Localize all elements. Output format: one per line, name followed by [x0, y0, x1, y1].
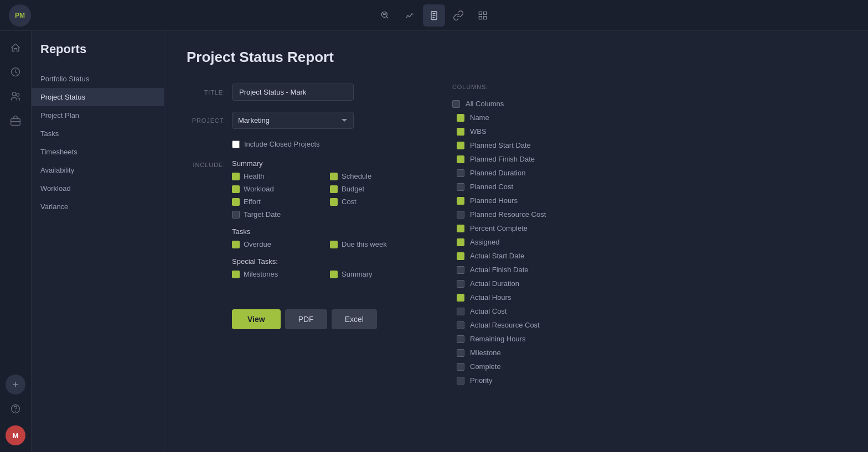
col-wbs-label[interactable]: WBS	[452, 124, 844, 138]
milestones-checkbox-label[interactable]: Milestones	[232, 270, 321, 278]
cost-label: Cost	[342, 198, 356, 206]
summary2-checkbox-label[interactable]: Summary	[330, 270, 419, 278]
sidebar-briefcase-icon[interactable]	[6, 111, 25, 131]
svg-rect-2	[479, 12, 482, 14]
include-closed-row: Include Closed Projects	[232, 140, 419, 148]
project-select-wrapper: Marketing Development Design Sales	[232, 112, 354, 129]
due-this-week-checkbox-label[interactable]: Due this week	[330, 240, 419, 248]
columns-scroll[interactable]: All Columns Name WBS Plan	[452, 97, 846, 385]
col-remaining-hours-box	[457, 335, 464, 343]
reports-icon[interactable]	[423, 4, 445, 27]
title-row: TITLE:	[187, 84, 419, 101]
col-planned-finish-date-box	[457, 155, 464, 163]
sidebar-item-availability[interactable]: Availability	[32, 161, 164, 179]
col-assigned-label[interactable]: Assigned	[452, 235, 844, 249]
col-wbs-box	[457, 128, 464, 136]
sidebar-help-icon[interactable]	[6, 399, 25, 419]
col-actual-finish-date-label[interactable]: Actual Finish Date	[452, 263, 844, 277]
overdue-checkbox-box	[232, 241, 240, 248]
col-name-label[interactable]: Name	[452, 111, 844, 124]
col-planned-cost-box	[457, 183, 464, 191]
svg-rect-3	[484, 12, 487, 14]
col-planned-duration-box	[457, 169, 464, 177]
include-closed-checkbox[interactable]	[232, 141, 240, 148]
sidebar-add-button[interactable]: +	[6, 375, 25, 394]
col-milestone-label[interactable]: Milestone	[452, 346, 844, 360]
sidebar-item-project-plan[interactable]: Project Plan	[32, 106, 164, 124]
cost-checkbox-label[interactable]: Cost	[330, 198, 419, 206]
sidebar-item-workload[interactable]: Workload	[32, 179, 164, 198]
svg-rect-4	[479, 16, 482, 19]
col-actual-hours-box	[457, 294, 464, 302]
col-planned-resource-cost-label[interactable]: Planned Resource Cost	[452, 207, 844, 221]
col-actual-resource-cost-box	[457, 321, 464, 329]
page-title: Project Status Report	[187, 49, 846, 66]
sidebar-history-icon[interactable]	[6, 62, 25, 82]
nav-sidebar-title: Reports	[32, 42, 164, 70]
col-planned-hours-box	[457, 197, 464, 205]
user-avatar[interactable]: M	[6, 425, 25, 445]
sidebar-users-icon[interactable]	[6, 86, 25, 106]
col-actual-cost-label[interactable]: Actual Cost	[452, 304, 844, 318]
include-section: INCLUDE: Summary Health	[187, 159, 419, 287]
col-planned-cost-label[interactable]: Planned Cost	[452, 180, 844, 194]
workload-checkbox-label[interactable]: Workload	[232, 185, 321, 193]
sidebar-item-variance[interactable]: Variance	[32, 198, 164, 216]
overdue-checkbox-label[interactable]: Overdue	[232, 240, 321, 248]
col-actual-cost-box	[457, 308, 464, 315]
col-actual-start-date-label[interactable]: Actual Start Date	[452, 249, 844, 263]
col-actual-duration-label[interactable]: Actual Duration	[452, 277, 844, 290]
include-label: INCLUDE:	[187, 159, 225, 168]
all-columns-checkbox-box	[452, 100, 460, 108]
schedule-label: Schedule	[342, 172, 371, 180]
all-columns-checkbox-label[interactable]: All Columns	[452, 97, 844, 111]
sidebar-item-tasks[interactable]: Tasks	[32, 124, 164, 143]
milestones-label: Milestones	[244, 270, 278, 278]
sidebar-item-project-status[interactable]: Project Status	[32, 88, 164, 106]
col-actual-hours-label[interactable]: Actual Hours	[452, 290, 844, 304]
target-date-checkbox-label[interactable]: Target Date	[232, 210, 321, 219]
summary2-checkbox-box	[330, 271, 338, 278]
col-planned-hours-label[interactable]: Planned Hours	[452, 194, 844, 207]
app-logo[interactable]: PM	[9, 4, 31, 27]
sidebar-item-portfolio-status[interactable]: Portfolio Status	[32, 70, 164, 88]
col-complete-label[interactable]: Complete	[452, 360, 844, 373]
schedule-checkbox-box	[330, 173, 338, 180]
health-checkbox-label[interactable]: Health	[232, 172, 321, 180]
effort-checkbox-label[interactable]: Effort	[232, 198, 321, 206]
col-priority-label[interactable]: Priority	[452, 373, 844, 385]
svg-point-12	[16, 411, 16, 412]
col-planned-start-date-label[interactable]: Planned Start Date	[452, 138, 844, 152]
include-closed-label[interactable]: Include Closed Projects	[232, 140, 320, 148]
sidebar-item-timesheets[interactable]: Timesheets	[32, 143, 164, 161]
pdf-button[interactable]: PDF	[285, 309, 327, 329]
schedule-checkbox-label[interactable]: Schedule	[330, 172, 419, 180]
project-select[interactable]: Marketing Development Design Sales	[232, 112, 354, 129]
title-input[interactable]	[232, 84, 354, 101]
budget-label: Budget	[342, 185, 364, 193]
col-actual-start-date-box	[457, 252, 464, 260]
excel-button[interactable]: Excel	[332, 309, 377, 329]
col-name-box	[457, 114, 464, 122]
col-remaining-hours-label[interactable]: Remaining Hours	[452, 332, 844, 346]
col-planned-duration-label[interactable]: Planned Duration	[452, 166, 844, 180]
overdue-label: Overdue	[244, 240, 271, 248]
topbar: PM	[0, 0, 868, 31]
col-percent-complete-box	[457, 225, 464, 232]
sidebar-home-icon[interactable]	[6, 38, 25, 58]
search-zoom-icon[interactable]	[374, 4, 396, 27]
view-button[interactable]: View	[232, 309, 281, 329]
col-planned-resource-cost-box	[457, 211, 464, 219]
analytics-icon[interactable]	[399, 4, 421, 27]
layout-icon[interactable]	[472, 4, 494, 27]
col-percent-complete-label[interactable]: Percent Complete	[452, 221, 844, 235]
col-planned-finish-date-label[interactable]: Planned Finish Date	[452, 152, 844, 166]
svg-rect-9	[11, 119, 20, 126]
budget-checkbox-label[interactable]: Budget	[330, 185, 419, 193]
col-actual-resource-cost-label[interactable]: Actual Resource Cost	[452, 318, 844, 332]
col-planned-start-date-box	[457, 142, 464, 149]
include-row: INCLUDE: Summary Health	[187, 159, 419, 287]
col-priority-box	[457, 377, 464, 385]
link-icon[interactable]	[447, 4, 469, 27]
workload-label: Workload	[244, 185, 274, 193]
